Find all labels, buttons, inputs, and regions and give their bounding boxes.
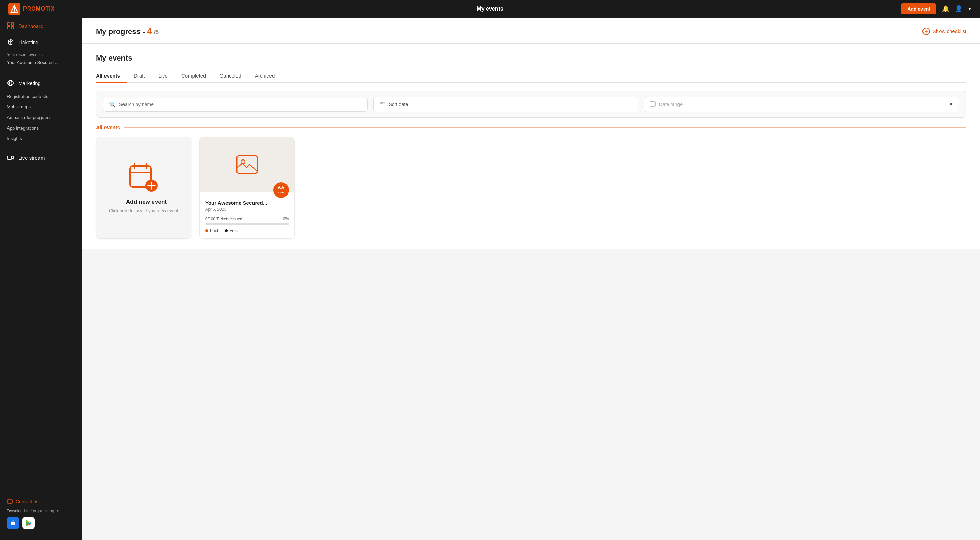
sort-icon [379, 101, 385, 108]
date-range-box[interactable]: Date range ▼ [644, 97, 959, 112]
sidebar-item-ticketing[interactable]: Ticketing [0, 34, 82, 50]
event-card-body: Your Awesome Secured... Apr 6, 2023 0/10… [200, 192, 294, 238]
calendar-icon [649, 101, 656, 108]
svg-rect-6 [11, 27, 14, 29]
progress-current: 4 [147, 26, 152, 37]
add-card-title-text: Add new event [126, 199, 167, 205]
paid-label: Paid [210, 228, 218, 233]
notifications-icon[interactable]: 🔔 [942, 5, 950, 13]
show-checklist-label: Show checklist [933, 28, 966, 34]
svg-rect-29 [237, 156, 257, 173]
sidebar: Dashboard Ticketing Your recent events :… [0, 17, 82, 540]
google-play-badge[interactable] [22, 517, 35, 529]
event-card-image: Live [200, 137, 294, 192]
tab-completed[interactable]: Completed [175, 69, 213, 83]
ticket-type-paid: Paid [205, 228, 218, 233]
tab-archived[interactable]: Archived [248, 69, 282, 83]
top-nav-actions: Add event 🔔 👤 ▼ [901, 3, 972, 14]
progress-header: My progress - 4 /5 + Show checklist [82, 17, 980, 43]
svg-point-30 [241, 160, 245, 164]
contact-us-link[interactable]: Contact us [7, 499, 76, 505]
event-card-awesome[interactable]: Live Your Awesome Secured... Apr 6, 2023… [199, 137, 295, 239]
dashboard-icon [7, 22, 14, 29]
events-section: My events All events Draft Live Complete… [82, 43, 980, 249]
image-placeholder-icon [236, 155, 258, 174]
sidebar-item-mobile-apps[interactable]: Mobile apps [0, 102, 82, 112]
events-tabs: All events Draft Live Completed Canceled… [96, 69, 966, 83]
top-navbar: PROMOTIX My events Add event 🔔 👤 ▼ [0, 0, 980, 17]
event-card-name: Your Awesome Secured... [205, 200, 289, 206]
progress-total: /5 [154, 29, 159, 35]
sort-box[interactable]: Sort date [373, 97, 638, 112]
free-label: Free [230, 228, 238, 233]
all-events-divider [124, 127, 966, 127]
live-stream-container: Live stream [0, 149, 82, 166]
sidebar-item-ambassador-programs[interactable]: Ambassador programs [0, 112, 82, 123]
tab-draft[interactable]: Draft [127, 69, 152, 83]
sidebar-item-registration-contests[interactable]: Registration contests [0, 91, 82, 102]
sort-label: Sort date [388, 102, 408, 107]
dashboard-label: Dashboard [18, 23, 43, 29]
date-range-label: Date range [659, 102, 682, 107]
svg-rect-3 [8, 23, 10, 25]
show-checklist-button[interactable]: + Show checklist [923, 27, 966, 35]
add-card-plus: + [121, 199, 124, 205]
live-badge: Live [273, 182, 289, 198]
sidebar-item-live-stream[interactable]: Live stream [0, 149, 82, 166]
free-dot-icon [225, 229, 228, 232]
tab-canceled[interactable]: Canceled [213, 69, 248, 83]
recent-event-item[interactable]: Your Awesome Secured ... [0, 59, 82, 69]
svg-rect-10 [8, 156, 11, 159]
tab-live[interactable]: Live [151, 69, 175, 83]
sidebar-item-marketing[interactable]: Marketing [0, 75, 82, 91]
sidebar-item-app-integrations[interactable]: App integrations [0, 123, 82, 133]
search-icon: 🔍 [109, 101, 116, 108]
search-input[interactable] [119, 102, 362, 107]
events-section-title: My events [96, 54, 966, 63]
ticket-types: Paid Free [205, 228, 289, 233]
ticketing-label: Ticketing [18, 40, 38, 45]
user-menu-chevron-icon[interactable]: ▼ [968, 6, 972, 11]
add-event-button[interactable]: Add event [901, 3, 937, 14]
add-card-title: + Add new event [121, 199, 167, 205]
logo-text: PROMOTIX [23, 6, 55, 12]
ticket-progress-bar [205, 223, 289, 225]
sidebar-item-dashboard[interactable]: Dashboard [0, 17, 82, 34]
page-title: My events [477, 6, 503, 12]
contact-us-label: Contact us [16, 499, 38, 504]
recent-events-label: Your recent events : [0, 50, 82, 59]
tab-all-events[interactable]: All events [96, 69, 127, 83]
svg-rect-18 [650, 102, 655, 106]
plus-circle-icon: + [923, 27, 930, 35]
add-new-event-card[interactable]: + Add new event Click here to create you… [96, 137, 191, 239]
main-content: My progress - 4 /5 + Show checklist My e… [82, 17, 980, 540]
ticket-type-free: Free [225, 228, 238, 233]
progress-title-text: My progress - [96, 27, 145, 36]
user-avatar-icon[interactable]: 👤 [955, 5, 962, 13]
live-stream-label: Live stream [18, 155, 45, 161]
marketing-icon [7, 79, 14, 86]
download-app-label: Download the organizer app: [7, 509, 76, 513]
date-range-dropdown-icon: ▼ [949, 102, 953, 107]
app-store-badge[interactable] [7, 517, 19, 529]
svg-point-31 [280, 188, 282, 189]
ticketing-icon [7, 39, 14, 46]
event-cards-grid: + Add new event Click here to create you… [96, 137, 966, 239]
progress-title: My progress - 4 /5 [96, 26, 159, 37]
event-card-date: Apr 6, 2023 [205, 207, 289, 212]
marketing-label: Marketing [18, 80, 41, 86]
sidebar-item-insights[interactable]: Insights [0, 133, 82, 144]
sidebar-divider-1 [0, 72, 82, 72]
tickets-issued-label: 0/100 Tickets issued 0% [205, 217, 289, 221]
filter-bar: 🔍 Sort date [96, 91, 966, 118]
svg-rect-4 [11, 23, 14, 25]
sidebar-footer: Contact us Download the organizer app: [0, 493, 82, 535]
svg-rect-5 [8, 27, 10, 29]
store-badges [7, 517, 76, 529]
all-events-text: All events [96, 124, 120, 130]
sidebar-divider-2 [0, 146, 82, 147]
search-box[interactable]: 🔍 [103, 98, 368, 111]
logo[interactable]: PROMOTIX [8, 3, 55, 15]
live-stream-icon [7, 154, 14, 161]
add-card-subtitle: Click here to create your new event [109, 208, 178, 213]
